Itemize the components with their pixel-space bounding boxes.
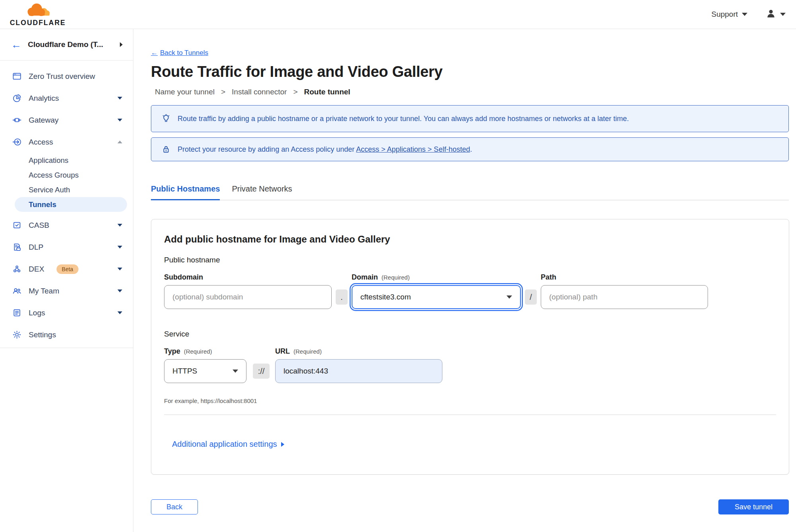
required-note: (Required) (381, 274, 410, 281)
sidebar-item-zero-trust-overview[interactable]: Zero Trust overview (0, 65, 133, 87)
footer-actions: Back Save tunnel (151, 499, 789, 514)
chevron-right-icon[interactable] (120, 42, 123, 47)
breadcrumb: Name your tunnel > Install connector > R… (155, 88, 789, 96)
subdomain-input[interactable] (164, 285, 332, 309)
sidebar-item-label: Analytics (29, 94, 111, 103)
sidebar-item-dex[interactable]: DEX Beta (0, 258, 133, 280)
dex-icon (12, 264, 22, 274)
tab-public-hostnames[interactable]: Public Hostnames (151, 184, 220, 200)
domain-select-value: cftestsite3.com (360, 293, 411, 301)
cloudflare-logo-text: CLOUDFLARE (10, 19, 66, 27)
sidebar-item-label: Logs (29, 309, 111, 317)
main-content: ← Back to Tunnels Route Traffic for Imag… (133, 29, 796, 532)
chevron-down-icon (117, 246, 122, 248)
scheme-separator: :// (253, 364, 270, 379)
sidebar-item-my-team[interactable]: My Team (0, 280, 133, 302)
sidebar-account-header[interactable]: ← Cloudflare Demo (T... (0, 29, 133, 61)
step-name-your-tunnel[interactable]: Name your tunnel (155, 88, 215, 96)
sidebar: ← Cloudflare Demo (T... Zero Trust overv… (0, 29, 133, 532)
sidebar-item-label: DEX (29, 265, 44, 274)
sidebar-item-label: Settings (29, 331, 122, 339)
domain-label: Domain (Required) (352, 273, 521, 282)
sidebar-item-settings[interactable]: Settings (0, 324, 133, 346)
support-menu[interactable]: Support (711, 10, 747, 19)
required-note: (Required) (184, 348, 212, 355)
chevron-down-icon (742, 13, 747, 16)
chevron-down-icon (117, 97, 122, 100)
team-icon (12, 286, 22, 296)
lightbulb-icon (161, 113, 171, 124)
cloudflare-cloud-icon (25, 2, 51, 20)
chevron-down-icon (780, 13, 786, 16)
chevron-down-icon (233, 370, 238, 373)
sidebar-item-label: Gateway (29, 116, 111, 125)
chevron-up-icon (117, 141, 122, 143)
support-label: Support (711, 10, 738, 19)
path-label: Path (541, 273, 708, 282)
gear-icon (12, 330, 22, 340)
lock-icon (161, 144, 171, 155)
step-install-connector[interactable]: Install connector (232, 88, 287, 96)
service-type-select[interactable]: HTTPS (164, 359, 246, 383)
sidebar-subitem-label: Applications (29, 156, 68, 165)
additional-settings-toggle[interactable]: Additional application settings (172, 440, 284, 449)
sidebar-item-service-auth[interactable]: Service Auth (0, 182, 133, 197)
save-tunnel-button[interactable]: Save tunnel (718, 499, 789, 514)
account-name: Cloudflare Demo (T... (28, 40, 113, 49)
chevron-down-icon (507, 295, 512, 299)
chevron-right-icon (281, 442, 284, 447)
back-button[interactable]: Back (151, 499, 198, 514)
casb-icon (12, 220, 22, 230)
public-hostname-card: Add public hostname for Image and Video … (151, 219, 789, 475)
back-to-tunnels-link[interactable]: ← Back to Tunnels (151, 49, 208, 57)
gateway-icon (12, 115, 22, 125)
top-header: CLOUDFLARE Support (0, 0, 796, 29)
sidebar-item-analytics[interactable]: Analytics (0, 87, 133, 109)
access-icon (12, 137, 22, 147)
sidebar-item-casb[interactable]: CASB (0, 214, 133, 236)
tab-private-networks[interactable]: Private Networks (232, 184, 292, 200)
chevron-down-icon (117, 224, 122, 227)
chevron-down-icon (117, 268, 122, 270)
service-type-value: HTTPS (172, 367, 197, 376)
sidebar-item-label: DLP (29, 243, 111, 252)
topbar-right: Support (711, 8, 788, 20)
cloudflare-logo[interactable]: CLOUDFLARE (8, 2, 68, 27)
page-title: Route Traffic for Image and Video Galler… (151, 63, 789, 80)
banner-text: Protect your resource by adding an Acces… (178, 145, 472, 154)
service-section-label: Service (164, 330, 776, 338)
beta-badge: Beta (57, 264, 78, 274)
chevron-down-icon (117, 119, 122, 121)
user-menu[interactable] (766, 8, 786, 20)
logs-icon (12, 308, 22, 318)
chevron-down-icon (117, 289, 122, 292)
sidebar-subitem-label: Tunnels (29, 200, 57, 209)
sidebar-item-access[interactable]: Access (0, 131, 133, 153)
sidebar-item-logs[interactable]: Logs (0, 302, 133, 324)
chevron-down-icon (117, 311, 122, 314)
sidebar-item-applications[interactable]: Applications (0, 153, 133, 168)
access-applications-self-hosted-link[interactable]: Access > Applications > Self-hosted (356, 145, 470, 153)
sidebar-item-dlp[interactable]: DLP (0, 236, 133, 258)
path-input[interactable] (541, 285, 708, 309)
card-divider (164, 415, 776, 415)
url-label: URL (Required) (275, 347, 442, 356)
required-note: (Required) (293, 348, 322, 355)
sidebar-item-access-groups[interactable]: Access Groups (0, 168, 133, 182)
overview-icon (12, 71, 22, 81)
url-input[interactable] (275, 359, 442, 383)
type-label: Type (Required) (164, 347, 246, 356)
domain-select[interactable]: cftestsite3.com (352, 285, 521, 309)
public-hostname-fields: Subdomain . Domain (Required) cftestsite… (164, 268, 776, 309)
sidebar-item-gateway[interactable]: Gateway (0, 109, 133, 131)
service-fields: Type (Required) HTTPS :// URL (Required) (164, 342, 776, 383)
sidebar-divider (0, 348, 133, 348)
sidebar-subitem-label: Service Auth (29, 186, 70, 194)
access-policy-banner: Protect your resource by adding an Acces… (151, 137, 789, 161)
slash-separator: / (525, 289, 537, 305)
sidebar-subitem-label: Access Groups (29, 171, 78, 180)
back-arrow-icon: ← (151, 49, 158, 57)
breadcrumb-separator: > (293, 88, 297, 96)
sidebar-item-tunnels[interactable]: Tunnels (15, 197, 127, 212)
back-arrow-icon[interactable]: ← (11, 39, 22, 50)
